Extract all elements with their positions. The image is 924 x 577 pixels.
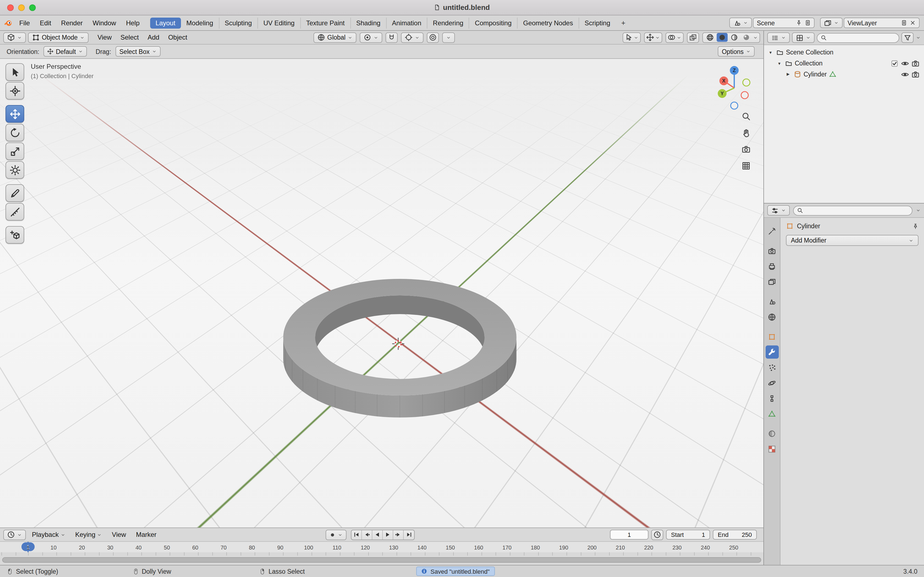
viewport-menu-add[interactable]: Add bbox=[143, 32, 164, 42]
tab-sculpting[interactable]: Sculpting bbox=[219, 17, 258, 28]
options-dropdown[interactable]: Options bbox=[718, 46, 755, 56]
outliner-row-cylinder[interactable]: ▶Cylinder bbox=[764, 69, 924, 80]
new-view-layer-icon[interactable] bbox=[901, 20, 907, 26]
orthographic-toggle-icon[interactable] bbox=[741, 161, 751, 171]
properties-tab-physics[interactable] bbox=[765, 376, 779, 389]
properties-tab-material[interactable] bbox=[765, 427, 779, 440]
properties-tab-constraints[interactable] bbox=[765, 392, 779, 405]
snap-toggle-button[interactable] bbox=[386, 32, 398, 43]
shading-wireframe-button[interactable] bbox=[705, 33, 716, 42]
properties-tab-view-layer[interactable] bbox=[765, 275, 779, 288]
menu-window[interactable]: Window bbox=[88, 17, 121, 28]
tab-compositing[interactable]: Compositing bbox=[469, 17, 518, 28]
scene-name-field[interactable]: Scene bbox=[753, 18, 815, 28]
properties-editor-type-button[interactable] bbox=[767, 205, 790, 216]
properties-tab-object[interactable] bbox=[765, 330, 779, 343]
remove-view-layer-icon[interactable] bbox=[910, 20, 916, 26]
display-mode-dropdown[interactable] bbox=[792, 32, 815, 43]
timeline-menu-playback[interactable]: Playback bbox=[27, 529, 70, 540]
camera-view-icon[interactable] bbox=[741, 145, 751, 154]
gizmo-negative-z-ball[interactable] bbox=[731, 102, 738, 109]
drag-dropdown[interactable]: Select Box bbox=[116, 46, 161, 56]
next-keyframe-button[interactable] bbox=[393, 530, 404, 539]
expander-icon[interactable]: ▼ bbox=[767, 50, 774, 54]
mode-dropdown[interactable]: Object Mode bbox=[28, 32, 89, 43]
prev-keyframe-button[interactable] bbox=[362, 530, 372, 539]
viewport-menu-object[interactable]: Object bbox=[164, 32, 192, 42]
timeline-menu-view[interactable]: View bbox=[107, 529, 131, 540]
tool-add-cube-button[interactable] bbox=[5, 226, 24, 244]
properties-tab-modifiers[interactable] bbox=[765, 345, 779, 359]
eye-toggle-button[interactable] bbox=[901, 59, 909, 68]
fullscreen-window-button[interactable] bbox=[29, 4, 36, 11]
properties-tab-texture[interactable] bbox=[765, 442, 779, 455]
gizmo-negative-y-ball[interactable] bbox=[743, 79, 750, 86]
viewport-menu-view[interactable]: View bbox=[93, 32, 116, 42]
timeline-menu-keying[interactable]: Keying bbox=[70, 529, 107, 540]
expander-icon[interactable]: ▶ bbox=[785, 72, 792, 76]
outliner-options-icon[interactable] bbox=[916, 35, 921, 40]
camera-toggle-button[interactable] bbox=[911, 59, 919, 68]
jump-start-button[interactable] bbox=[351, 530, 362, 539]
timeline-ruler[interactable]: 1 11020304050607080901001101201301401501… bbox=[0, 541, 763, 552]
tab-layout[interactable]: Layout bbox=[150, 17, 181, 28]
menu-edit[interactable]: Edit bbox=[35, 17, 56, 28]
eye-toggle-button[interactable] bbox=[901, 70, 909, 78]
tool-rotate-button[interactable] bbox=[5, 124, 24, 141]
outliner-filter-button[interactable] bbox=[901, 32, 914, 43]
properties-tab-particles[interactable] bbox=[765, 361, 779, 374]
start-frame-field[interactable]: Start 1 bbox=[666, 530, 710, 540]
editor-type-button[interactable] bbox=[3, 32, 26, 43]
transform-orientation-dropdown[interactable]: Global bbox=[314, 32, 357, 43]
tool-move-button[interactable] bbox=[5, 105, 24, 122]
properties-search-field[interactable] bbox=[793, 205, 913, 215]
tool-measure-button[interactable] bbox=[5, 203, 24, 221]
properties-tab-world[interactable] bbox=[765, 310, 779, 324]
outliner-search-field[interactable] bbox=[817, 33, 899, 43]
tab-uv-editing[interactable]: UV Editing bbox=[258, 17, 301, 28]
end-frame-field[interactable]: End 250 bbox=[713, 530, 757, 540]
properties-tab-render[interactable] bbox=[765, 244, 779, 258]
timeline-scrollbar[interactable] bbox=[2, 557, 761, 563]
snap-settings-dropdown[interactable] bbox=[401, 32, 424, 43]
preview-range-button[interactable] bbox=[651, 529, 663, 540]
timeline-menu-marker[interactable]: Marker bbox=[131, 529, 161, 540]
properties-tab-data[interactable] bbox=[765, 407, 779, 420]
viewport-3d[interactable]: User Perspective (1) Collection | Cylind… bbox=[0, 59, 763, 527]
3d-cursor[interactable] bbox=[392, 338, 404, 350]
menu-render[interactable]: Render bbox=[56, 17, 88, 28]
checkbox-toggle-button[interactable] bbox=[890, 59, 899, 68]
object-visibility-dropdown[interactable] bbox=[623, 32, 641, 43]
tool-scale-button[interactable] bbox=[5, 142, 24, 160]
shading-rendered-button[interactable] bbox=[741, 33, 752, 42]
pivot-point-dropdown[interactable] bbox=[360, 32, 383, 43]
play-reverse-button[interactable] bbox=[372, 530, 383, 539]
tool-cursor-button[interactable] bbox=[5, 82, 24, 100]
tab-texture-paint[interactable]: Texture Paint bbox=[301, 17, 351, 28]
overlays-dropdown[interactable] bbox=[665, 32, 684, 43]
gizmos-dropdown[interactable] bbox=[644, 32, 662, 43]
tab-modeling[interactable]: Modeling bbox=[181, 17, 219, 28]
pan-icon[interactable] bbox=[741, 128, 751, 137]
properties-tab-output[interactable] bbox=[765, 259, 779, 273]
proportional-editing-button[interactable] bbox=[427, 32, 439, 43]
proportional-falloff-dropdown[interactable] bbox=[443, 32, 455, 43]
properties-tab-scene[interactable] bbox=[765, 295, 779, 308]
outliner-row-collection[interactable]: ▼Collection bbox=[764, 58, 924, 69]
jump-end-button[interactable] bbox=[404, 530, 414, 539]
expander-icon[interactable]: ▼ bbox=[776, 61, 782, 65]
view-layer-name-field[interactable]: ViewLayer bbox=[844, 18, 919, 28]
blender-menu-icon[interactable] bbox=[5, 19, 12, 27]
add-modifier-dropdown[interactable]: Add Modifier bbox=[786, 235, 919, 246]
tool-annotate-button[interactable] bbox=[5, 184, 24, 202]
play-button[interactable] bbox=[383, 530, 393, 539]
outliner-row-scene-collection[interactable]: ▼Scene Collection bbox=[764, 47, 924, 58]
zoom-icon[interactable] bbox=[741, 112, 751, 121]
tool-transform-button[interactable] bbox=[5, 161, 24, 179]
outliner-editor-type-button[interactable] bbox=[767, 32, 790, 43]
tool-orientation-dropdown[interactable]: Default bbox=[44, 46, 87, 56]
tab-scripting[interactable]: Scripting bbox=[579, 17, 616, 28]
properties-tab-tool[interactable] bbox=[765, 224, 779, 238]
tab-animation[interactable]: Animation bbox=[386, 17, 427, 28]
pin-icon[interactable] bbox=[796, 20, 802, 26]
